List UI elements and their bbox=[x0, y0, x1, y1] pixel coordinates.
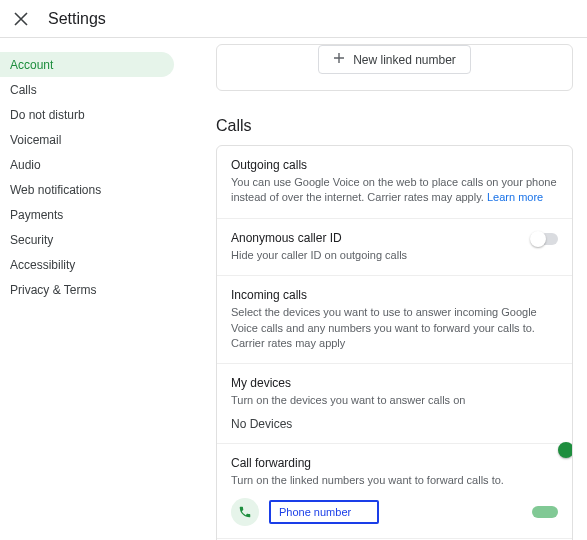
new-linked-number-button[interactable]: New linked number bbox=[318, 45, 471, 74]
sidebar-item-label: Account bbox=[10, 58, 53, 72]
sidebar-item-privacy[interactable]: Privacy & Terms bbox=[0, 277, 174, 302]
sidebar-item-audio[interactable]: Audio bbox=[0, 152, 174, 177]
call-forwarding-block: Call forwarding Turn on the linked numbe… bbox=[217, 444, 572, 539]
sidebar-item-label: Payments bbox=[10, 208, 63, 222]
sidebar-item-label: Voicemail bbox=[10, 133, 61, 147]
learn-more-link[interactable]: Learn more bbox=[487, 191, 543, 203]
anon-title: Anonymous caller ID bbox=[231, 231, 558, 245]
outgoing-calls-block: Outgoing calls You can use Google Voice … bbox=[217, 146, 572, 219]
sidebar: Account Calls Do not disturb Voicemail A… bbox=[0, 38, 180, 540]
devices-title: My devices bbox=[231, 376, 558, 390]
forwarding-desc: Turn on the linked numbers you want to f… bbox=[231, 473, 558, 488]
phone-icon bbox=[231, 498, 259, 526]
calls-card: Outgoing calls You can use Google Voice … bbox=[216, 145, 573, 540]
sidebar-item-label: Audio bbox=[10, 158, 41, 172]
linked-numbers-card: New linked number bbox=[216, 44, 573, 91]
sidebar-item-accessibility[interactable]: Accessibility bbox=[0, 252, 174, 277]
outgoing-desc: You can use Google Voice on the web to p… bbox=[231, 175, 558, 206]
sidebar-item-voicemail[interactable]: Voicemail bbox=[0, 127, 174, 152]
sidebar-item-label: Web notifications bbox=[10, 183, 101, 197]
sidebar-item-account[interactable]: Account bbox=[0, 52, 174, 77]
anon-desc: Hide your caller ID on outgoing calls bbox=[231, 248, 558, 263]
plus-icon bbox=[333, 52, 345, 67]
forwarding-title: Call forwarding bbox=[231, 456, 558, 470]
sidebar-item-security[interactable]: Security bbox=[0, 227, 174, 252]
anonymous-caller-block: Anonymous caller ID Hide your caller ID … bbox=[217, 219, 572, 276]
sidebar-item-label: Privacy & Terms bbox=[10, 283, 96, 297]
incoming-title: Incoming calls bbox=[231, 288, 558, 302]
incoming-calls-block: Incoming calls Select the devices you wa… bbox=[217, 276, 572, 364]
page-title: Settings bbox=[48, 10, 106, 28]
sidebar-item-label: Accessibility bbox=[10, 258, 75, 272]
header: Settings bbox=[0, 0, 587, 38]
sidebar-item-payments[interactable]: Payments bbox=[0, 202, 174, 227]
devices-value: No Devices bbox=[231, 417, 558, 431]
sidebar-item-label: Calls bbox=[10, 83, 37, 97]
anon-toggle[interactable] bbox=[532, 233, 558, 245]
sidebar-item-dnd[interactable]: Do not disturb bbox=[0, 102, 174, 127]
calls-section-title: Calls bbox=[216, 117, 573, 135]
new-linked-label: New linked number bbox=[353, 53, 456, 67]
my-devices-block: My devices Turn on the devices you want … bbox=[217, 364, 572, 443]
main-content: New linked number Calls Outgoing calls Y… bbox=[180, 38, 587, 540]
sidebar-item-label: Security bbox=[10, 233, 53, 247]
sidebar-item-label: Do not disturb bbox=[10, 108, 85, 122]
outgoing-title: Outgoing calls bbox=[231, 158, 558, 172]
close-icon[interactable] bbox=[12, 10, 30, 28]
incoming-desc: Select the devices you want to use to an… bbox=[231, 305, 558, 351]
phone-number-field[interactable]: Phone number bbox=[269, 500, 379, 524]
devices-desc: Turn on the devices you want to answer c… bbox=[231, 393, 558, 408]
sidebar-item-webnotif[interactable]: Web notifications bbox=[0, 177, 174, 202]
sidebar-item-calls[interactable]: Calls bbox=[0, 77, 174, 102]
forwarding-toggle[interactable] bbox=[532, 506, 558, 518]
